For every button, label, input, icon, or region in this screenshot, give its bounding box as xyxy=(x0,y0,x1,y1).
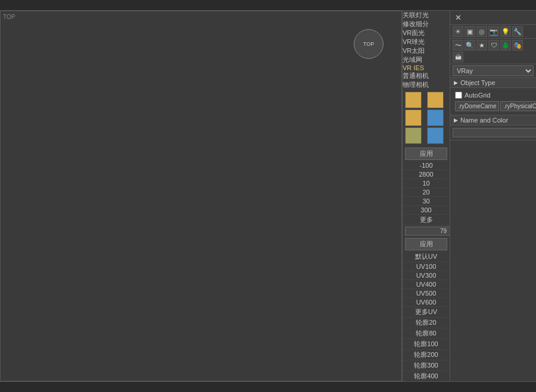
autogrid-row: AutoGrid xyxy=(453,90,534,100)
menu-item-vrsun[interactable]: VR太阳 xyxy=(403,46,450,55)
num-btn-defaultuv[interactable]: 默认UV xyxy=(403,252,450,262)
icon-search[interactable]: 🔍 xyxy=(465,40,475,51)
spinner-1-input[interactable] xyxy=(405,227,450,236)
num-btn-profile200[interactable]: 轮廓200 xyxy=(403,350,450,360)
autogrid-label: AutoGrid xyxy=(465,92,490,99)
icon-wave[interactable]: 〜 xyxy=(453,40,463,51)
swatch-5[interactable] xyxy=(427,127,444,144)
icon-light[interactable]: 💡 xyxy=(500,26,511,37)
name-input[interactable] xyxy=(453,128,536,137)
menu-item-vrface[interactable]: VR面光 xyxy=(403,29,450,37)
swatch-0[interactable] xyxy=(405,92,422,108)
object-type-label: Object Type xyxy=(460,79,496,86)
main-layout: TOP TOP 关联灯光 修改细分 VR面光 VR球光 VR太阳 光域网 VR … xyxy=(0,11,536,381)
num-btn-100[interactable]: -100 xyxy=(403,161,450,170)
icon-mountain[interactable]: 🏔 xyxy=(453,52,463,62)
autogrid-checkbox[interactable] xyxy=(455,92,462,99)
num-btn-300[interactable]: 300 xyxy=(403,206,450,215)
num-btn-profile300[interactable]: 轮廓300 xyxy=(403,360,450,371)
name-color-section: ▶ Name and Color xyxy=(450,115,536,140)
icon-shield[interactable]: 🛡 xyxy=(488,40,499,51)
menu-item-guangyu[interactable]: 光域网 xyxy=(403,55,450,64)
menu-item-vrball[interactable]: VR球光 xyxy=(403,37,450,46)
spinner-1: ▲ ▼ xyxy=(405,227,447,236)
viewport: TOP TOP xyxy=(0,11,402,381)
icon-star[interactable]: ★ xyxy=(476,40,487,51)
icon-globe[interactable]: ◎ xyxy=(476,26,487,37)
num-btn-10[interactable]: 10 xyxy=(403,179,450,188)
num-btn-uv400[interactable]: UV400 xyxy=(403,280,450,289)
props-top-icons: ✕ xyxy=(450,11,536,25)
menu-and-buttons: 关联灯光 修改细分 VR面光 VR球光 VR太阳 光域网 VR IES 普通相机… xyxy=(402,11,450,381)
num-btn-profile100[interactable]: 轮廓100 xyxy=(403,339,450,350)
type-buttons: .ryDomeCame .ryPhysicalCam xyxy=(453,100,534,112)
vray-row: VRay xyxy=(450,64,536,78)
viewport-label: TOP xyxy=(3,14,15,20)
swatch-2[interactable] xyxy=(405,109,422,126)
type-btn-physical[interactable]: .ryPhysicalCam xyxy=(500,101,536,111)
icon-sun[interactable]: ☀ xyxy=(453,26,463,37)
num-btn-profile400[interactable]: 轮廓400 xyxy=(403,371,450,381)
apply-btn-1[interactable]: 应用 xyxy=(405,148,447,160)
name-color-header[interactable]: ▶ Name and Color xyxy=(450,115,536,126)
viewport-circle-label: TOP xyxy=(363,41,374,47)
num-btn-uv300[interactable]: UV300 xyxy=(403,271,450,280)
menu-item-vries[interactable]: VR IES xyxy=(403,64,450,71)
icon-mask[interactable]: 🎭 xyxy=(512,40,523,51)
icon-box[interactable]: ▣ xyxy=(465,26,475,37)
icon-wrench[interactable]: 🔧 xyxy=(512,26,523,37)
apply-btn-2[interactable]: 应用 xyxy=(405,238,447,250)
menu-item-putong[interactable]: 普通相机 xyxy=(403,71,450,80)
num-btn-more[interactable]: 更多 xyxy=(403,215,450,225)
name-color-label: Name and Color xyxy=(460,117,508,124)
icon-row-2: 〜 🔍 ★ 🛡 🌲 🎭 🏔 xyxy=(450,39,536,64)
vray-dropdown[interactable]: VRay xyxy=(453,65,534,76)
properties-panel: ✕ ☀ ▣ ◎ 📷 💡 🔧 〜 🔍 ★ 🛡 🌲 🎭 🏔 xyxy=(450,11,536,381)
num-btn-20[interactable]: 20 xyxy=(403,188,450,197)
num-btn-2800[interactable]: 2800 xyxy=(403,170,450,179)
swatch-1[interactable] xyxy=(427,92,444,108)
top-bar xyxy=(0,0,536,11)
num-btn-profile20[interactable]: 轮廓20 xyxy=(403,318,450,328)
close-button[interactable]: ✕ xyxy=(453,12,464,23)
right-panels: 关联灯光 修改细分 VR面光 VR球光 VR太阳 光域网 VR IES 普通相机… xyxy=(402,11,536,381)
icon-tree[interactable]: 🌲 xyxy=(500,40,511,51)
name-color-content xyxy=(450,126,536,140)
icon-row-1: ☀ ▣ ◎ 📷 💡 🔧 xyxy=(450,25,536,39)
object-type-arrow: ▶ xyxy=(454,80,458,86)
viewport-circle: TOP xyxy=(354,29,384,59)
num-btn-uv600[interactable]: UV600 xyxy=(403,298,450,307)
num-btn-30[interactable]: 30 xyxy=(403,197,450,206)
menu-item-guanlian[interactable]: 关联灯光 xyxy=(403,11,450,20)
icon-camera[interactable]: 📷 xyxy=(488,26,499,37)
menu-item-wuli[interactable]: 物理相机 xyxy=(403,80,450,89)
object-type-header[interactable]: ▶ Object Type xyxy=(450,78,536,88)
type-btn-dome[interactable]: .ryDomeCame xyxy=(455,101,499,111)
object-type-section: ▶ Object Type AutoGrid .ryDomeCame .ryPh… xyxy=(450,78,536,115)
swatch-4[interactable] xyxy=(405,127,422,144)
bottom-bar xyxy=(0,381,536,392)
num-btn-uv500[interactable]: UV500 xyxy=(403,289,450,298)
num-btn-uv100[interactable]: UV100 xyxy=(403,262,450,271)
object-type-content: AutoGrid .ryDomeCame .ryPhysicalCam xyxy=(450,88,536,115)
menu-item-xiugai[interactable]: 修改细分 xyxy=(403,20,450,29)
swatch-3[interactable] xyxy=(427,109,444,126)
swatches-area xyxy=(403,89,450,146)
num-btn-profile80[interactable]: 轮廓80 xyxy=(403,328,450,339)
name-color-arrow: ▶ xyxy=(454,117,458,123)
num-btn-moreuv[interactable]: 更多UV xyxy=(403,307,450,318)
